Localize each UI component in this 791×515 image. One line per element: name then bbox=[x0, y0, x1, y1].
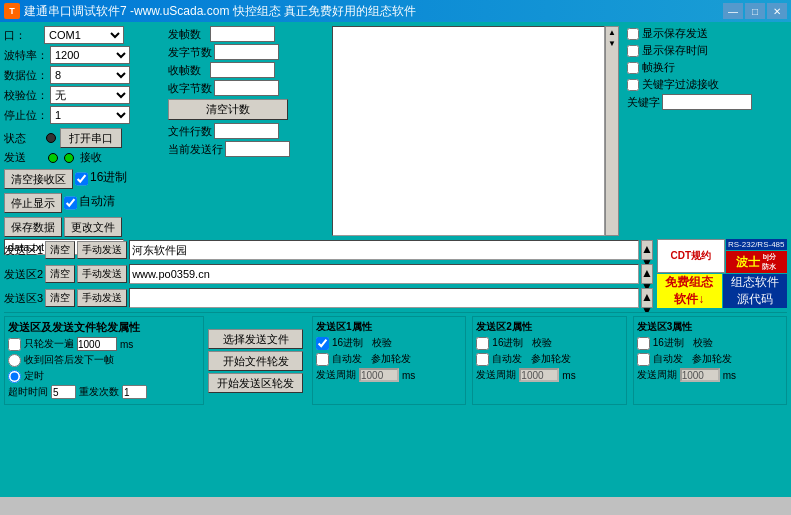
open-port-button[interactable]: 打开串口 bbox=[60, 128, 122, 148]
parity-row: 校验位： 无 bbox=[4, 86, 164, 104]
clear-recv-button[interactable]: 清空接收区 bbox=[4, 169, 73, 189]
zone2-input[interactable] bbox=[129, 264, 639, 284]
data-label: 数据位： bbox=[4, 68, 48, 83]
clear-count-button[interactable]: 清空计数 bbox=[168, 99, 288, 120]
send-label: 发送 bbox=[4, 150, 42, 165]
start-zone-button[interactable]: 开始发送区轮发 bbox=[208, 373, 303, 393]
display-scrollbar[interactable]: ▲ ▼ bbox=[605, 26, 619, 236]
zone2-props-panel: 发送区2属性 16进制 校验 自动发 参加轮发 发送周期 ms bbox=[472, 316, 626, 405]
bottom-left-buttons2: 停止显示 自动清 bbox=[4, 193, 164, 213]
zone2-clear-button[interactable]: 清空 bbox=[45, 265, 75, 283]
zone1-clear-button[interactable]: 清空 bbox=[45, 241, 75, 259]
frame-change-checkbox[interactable] bbox=[627, 62, 639, 74]
show-save-send-checkbox[interactable] bbox=[627, 28, 639, 40]
status-row: 状态 打开串口 bbox=[4, 128, 164, 148]
close-button[interactable]: ✕ bbox=[767, 3, 787, 19]
stop-select[interactable]: 1 bbox=[50, 106, 130, 124]
scroll-up-icon[interactable]: ▲ bbox=[607, 27, 617, 38]
once-loop-checkbox[interactable] bbox=[8, 338, 21, 351]
interval-input[interactable] bbox=[77, 337, 117, 351]
auto-clear-checkbox[interactable] bbox=[64, 193, 77, 213]
scroll-down-icon[interactable]: ▼ bbox=[607, 38, 617, 49]
zone1-input[interactable] bbox=[129, 240, 639, 260]
on-recv-radio[interactable] bbox=[8, 354, 21, 367]
zone3-period-ms: ms bbox=[723, 370, 736, 381]
file-rows-label: 文件行数 bbox=[168, 124, 212, 139]
zone2-hex-checkbox[interactable] bbox=[476, 337, 489, 350]
zone3-auto-row: 自动发 参加轮发 bbox=[637, 352, 783, 366]
zone3-scroll-up[interactable]: ▲ bbox=[641, 290, 653, 304]
file-rows-row: 文件行数 bbox=[168, 123, 328, 139]
current-row-input[interactable] bbox=[225, 141, 290, 157]
zone1-props-title: 发送区1属性 bbox=[316, 320, 462, 334]
keyword-input[interactable] bbox=[662, 94, 752, 110]
port-select[interactable]: COM1 bbox=[44, 26, 124, 44]
zone1-props-panel: 发送区1属性 16进制 校验 自动发 参加轮发 发送周期 ms bbox=[312, 316, 466, 405]
minimize-button[interactable]: — bbox=[723, 3, 743, 19]
zone2-hex-row: 16进制 校验 bbox=[476, 336, 622, 350]
zone2-send-button[interactable]: 手动发送 bbox=[77, 265, 127, 283]
zone2-scroll-up[interactable]: ▲ bbox=[641, 266, 653, 280]
start-file-button[interactable]: 开始文件轮发 bbox=[208, 351, 303, 371]
zone3-scrollbar[interactable]: ▲ ▼ bbox=[641, 288, 653, 308]
hex16-checkbox[interactable] bbox=[75, 169, 88, 189]
baud-select[interactable]: 1200 bbox=[50, 46, 130, 64]
retries-input[interactable] bbox=[122, 385, 147, 399]
zone3-clear-button[interactable]: 清空 bbox=[45, 289, 75, 307]
zone2-hex-label: 16进制 bbox=[492, 336, 523, 350]
bottom-left-buttons3: 保存数据 更改文件 bbox=[4, 217, 164, 237]
stop-display-button[interactable]: 停止显示 bbox=[4, 193, 62, 213]
byte-recv-row: 收字节数 bbox=[168, 80, 328, 96]
zone2-props-title: 发送区2属性 bbox=[476, 320, 622, 334]
zone1-scroll-up[interactable]: ▲ bbox=[641, 242, 653, 256]
zone1-send-button[interactable]: 手动发送 bbox=[77, 241, 127, 259]
zone3-verify-label: 校验 bbox=[693, 336, 713, 350]
zone3-input[interactable] bbox=[129, 288, 639, 308]
parity-select[interactable]: 无 bbox=[50, 86, 130, 104]
status-led bbox=[46, 133, 56, 143]
zone3-hex-checkbox[interactable] bbox=[637, 337, 650, 350]
keyword-label: 关键字 bbox=[627, 95, 660, 110]
frame-sent-label: 发帧数 bbox=[168, 27, 208, 42]
timed-radio[interactable] bbox=[8, 370, 21, 383]
zone1-loop-label: 参加轮发 bbox=[371, 352, 411, 366]
timeout-input[interactable] bbox=[51, 385, 76, 399]
zone2-scrollbar[interactable]: ▲ ▼ bbox=[641, 264, 653, 284]
recv-led bbox=[64, 153, 74, 163]
zone1-period-label: 发送周期 bbox=[316, 368, 356, 382]
parity-label: 校验位： bbox=[4, 88, 48, 103]
zone3-hex-label: 16进制 bbox=[653, 336, 684, 350]
zone3-auto-checkbox[interactable] bbox=[637, 353, 650, 366]
select-file-button[interactable]: 选择发送文件 bbox=[208, 329, 303, 349]
modify-file-button[interactable]: 更改文件 bbox=[64, 217, 122, 237]
main-content: 口： COM1 波特率： 1200 数据位： 8 校验位： 无 bbox=[0, 22, 791, 497]
zone3-send-button[interactable]: 手动发送 bbox=[77, 289, 127, 307]
show-save-time-checkbox[interactable] bbox=[627, 45, 639, 57]
rs-ad: RS-232/RS-485 bbox=[726, 239, 788, 250]
app-icon: T bbox=[4, 3, 20, 19]
free-ad: 免费组态 软件↓ bbox=[657, 274, 722, 308]
center-stats-panel: 发帧数 发字节数 收帧数 收字节数 清空计数 文件行数 当前发送行 bbox=[168, 26, 328, 236]
zone2-auto-checkbox[interactable] bbox=[476, 353, 489, 366]
data-select[interactable]: 8 bbox=[50, 66, 130, 84]
zone1-period-input bbox=[359, 368, 399, 382]
maximize-button[interactable]: □ bbox=[745, 3, 765, 19]
zone1-scrollbar[interactable]: ▲ ▼ bbox=[641, 240, 653, 260]
options-panel: 显示保存发送 显示保存时间 帧换行 关键字过滤接收 关键字 bbox=[627, 26, 787, 236]
zone3-label: 发送区3 bbox=[4, 291, 43, 306]
byte-recv-input[interactable] bbox=[214, 80, 279, 96]
show-save-send-label: 显示保存发送 bbox=[642, 26, 708, 41]
keyword-filter-checkbox[interactable] bbox=[627, 79, 639, 91]
zone1-hex-checkbox[interactable] bbox=[316, 337, 329, 350]
zone1-auto-checkbox[interactable] bbox=[316, 353, 329, 366]
frame-recv-input[interactable] bbox=[210, 62, 275, 78]
save-data-button[interactable]: 保存数据 bbox=[4, 217, 62, 237]
ad-panel: CDT规约 RS-232/RS-485 波士 bj分防水 www.boai.co… bbox=[657, 239, 787, 309]
byte-sent-input[interactable] bbox=[214, 44, 279, 60]
stop-label: 停止位： bbox=[4, 108, 48, 123]
frame-sent-input[interactable] bbox=[210, 26, 275, 42]
recv-label: 接收 bbox=[80, 150, 118, 165]
display-textarea[interactable] bbox=[332, 26, 605, 236]
file-rows-input[interactable] bbox=[214, 123, 279, 139]
timeout-row: 超时时间 重发次数 bbox=[8, 385, 200, 399]
